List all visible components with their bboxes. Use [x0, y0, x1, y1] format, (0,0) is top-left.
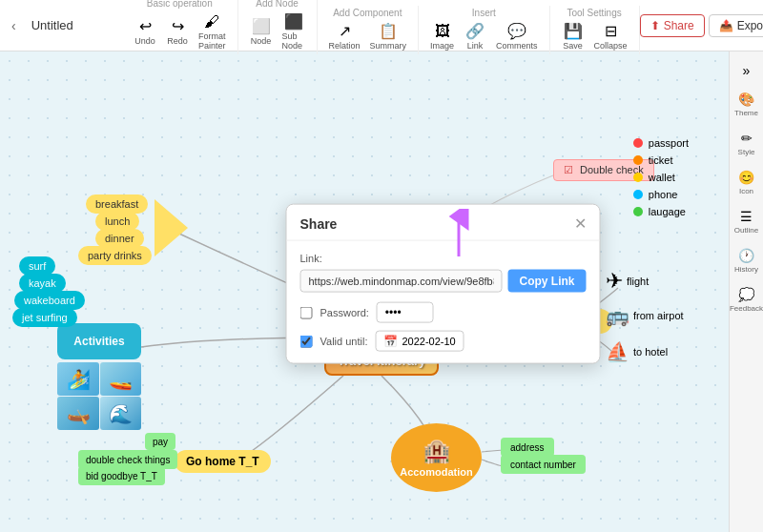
group-label-addcomp: Add Component	[333, 8, 402, 18]
from-airport-area: 🚌 from airpot	[606, 304, 684, 327]
go-home-node[interactable]: Go home T_T	[175, 450, 271, 473]
sidebar-theme-button[interactable]: 🎨 Theme	[731, 86, 763, 123]
group-items-basic: ↩Undo ↪Redo 🖌Format Painter	[130, 10, 230, 52]
toolbar-right: ⬆ Share 📤 Export	[640, 14, 763, 37]
flight-area: ✈ flight	[606, 269, 649, 294]
format-painter-button[interactable]: 🖌Format Painter	[195, 10, 230, 52]
comments-button[interactable]: 💬Comments	[492, 20, 542, 52]
group-items-toolsettings: 💾Save ⊟Collapse	[558, 20, 631, 52]
toolbar-left: ‹ Untitled	[8, 16, 122, 35]
sidebar-style-button[interactable]: ✏ Style	[731, 125, 763, 162]
save-button[interactable]: 💾Save	[558, 20, 588, 52]
style-label: Style	[738, 148, 755, 156]
feedback-icon: 💭	[738, 287, 754, 302]
link-input[interactable]	[300, 270, 503, 293]
redo-button[interactable]: ↪Redo	[162, 15, 193, 48]
share-icon: ⬆	[650, 19, 660, 32]
node-icon: ⬜	[252, 17, 271, 35]
ticket-dot	[633, 155, 643, 165]
export-icon: 📤	[719, 19, 733, 32]
laugage-label: laugage	[649, 206, 686, 217]
node-button[interactable]: ⬜Node	[246, 15, 277, 48]
outline-icon: ☰	[740, 209, 753, 224]
sidebar-outline-button[interactable]: ☰ Outline	[731, 203, 763, 240]
back-arrow[interactable]: ‹	[8, 16, 20, 35]
main-area: 🏝 Travel Itinerary Activities 🏄 🚤 🛶 🌊 su…	[0, 51, 763, 532]
flight-label[interactable]: flight	[627, 276, 649, 287]
app-title: Untitled	[24, 18, 81, 32]
group-add-node: Add Node ⬜Node ⬛Sub Node	[238, 0, 318, 54]
sidebar-collapse-button[interactable]: »	[731, 57, 763, 84]
sidebar-icon-button[interactable]: 😊 Icon	[731, 164, 763, 201]
to-hotel-label[interactable]: to hotel	[633, 346, 668, 358]
export-button[interactable]: 📤 Export	[709, 14, 763, 37]
group-items-insert: 🖼Image 🔗Link 💬Comments	[426, 20, 542, 52]
wallet-dot	[633, 173, 643, 182]
undo-icon: ↩	[139, 17, 152, 35]
collapse-right-icon: »	[743, 63, 751, 78]
valid-date-value: 2022-02-10	[402, 336, 455, 347]
valid-date[interactable]: 📅 2022-02-10	[375, 331, 464, 352]
kayak-node[interactable]: kayak	[19, 274, 66, 293]
from-airport-label[interactable]: from airpot	[633, 310, 684, 321]
group-insert: Insert 🖼Image 🔗Link 💬Comments	[419, 6, 550, 54]
modal-arrow	[444, 209, 473, 259]
valid-until-label: Valid until:	[320, 336, 368, 347]
double-check-icon: ☑	[564, 164, 573, 175]
pay-node[interactable]: pay	[145, 433, 175, 450]
sidebar-history-button[interactable]: 🕐 History	[731, 242, 763, 279]
copy-link-button[interactable]: Copy Link	[507, 270, 586, 293]
phone-dot	[633, 190, 643, 199]
modal-header: Share ✕	[287, 205, 600, 241]
group-label-addnode: Add Node	[256, 0, 298, 9]
contact-number-node[interactable]: contact number	[501, 455, 586, 474]
link-button[interactable]: 🔗Link	[460, 20, 490, 52]
icon-label: Icon	[739, 187, 753, 195]
passport-dot	[633, 138, 643, 148]
wallet-label: wallet	[649, 172, 675, 183]
modal-close-button[interactable]: ✕	[574, 215, 587, 233]
checklist-wallet: wallet	[633, 172, 689, 183]
share-button[interactable]: ⬆ Share	[640, 14, 705, 37]
history-icon: 🕐	[738, 248, 754, 263]
undo-button[interactable]: ↩Undo	[130, 15, 160, 48]
accommodation-node[interactable]: 🏨 Accomodation	[391, 423, 482, 492]
group-label-basic: Basic operation	[147, 0, 213, 9]
address-node[interactable]: address	[501, 438, 554, 457]
laugage-dot	[633, 207, 643, 216]
boat-icon: ⛵	[606, 340, 629, 363]
summary-button[interactable]: 📋Summary	[366, 20, 411, 52]
partydrinks-node[interactable]: party drinks	[78, 246, 152, 265]
link-label: Link:	[300, 253, 587, 264]
style-icon: ✏	[741, 131, 753, 146]
canvas[interactable]: 🏝 Travel Itinerary Activities 🏄 🚤 🛶 🌊 su…	[0, 51, 729, 532]
bid-goodbye-node[interactable]: bid goodbye T_T	[78, 466, 165, 485]
lunch-node[interactable]: lunch	[95, 212, 139, 231]
activities-node[interactable]: Activities 🏄 🚤 🛶 🌊	[57, 323, 141, 430]
link-icon: 🔗	[465, 22, 485, 40]
password-input[interactable]	[377, 302, 434, 323]
surf-node[interactable]: surf	[19, 256, 55, 276]
relation-button[interactable]: ↗Relation	[325, 20, 364, 52]
format-painter-icon: 🖌	[204, 12, 219, 31]
collapse-button[interactable]: ⊟Collapse	[590, 20, 631, 52]
outline-label: Outline	[734, 226, 758, 235]
group-basic-operation: Basic operation ↩Undo ↪Redo 🖌Format Pain…	[122, 0, 238, 54]
checklist-ticket: ticket	[633, 154, 689, 166]
jetsurfing-node[interactable]: jet surfing	[12, 308, 77, 327]
group-label-insert: Insert	[472, 8, 496, 18]
sub-node-button[interactable]: ⬛Sub Node	[278, 10, 309, 52]
password-checkbox[interactable]	[300, 306, 313, 318]
group-tool-settings: Tool Settings 💾Save ⊟Collapse	[550, 6, 640, 54]
theme-icon: 🎨	[738, 92, 754, 107]
sidebar-feedback-button[interactable]: 💭 Feedback	[731, 281, 763, 318]
breakfast-node[interactable]: breakfast	[86, 194, 148, 214]
dinner-node[interactable]: dinner	[95, 229, 144, 248]
history-label: History	[734, 265, 758, 274]
feedback-label: Feedback	[730, 304, 763, 313]
valid-until-checkbox[interactable]	[300, 335, 313, 347]
image-button[interactable]: 🖼Image	[426, 20, 458, 52]
checklist-laugage: laugage	[633, 206, 689, 217]
wakeboard-node[interactable]: wakeboard	[14, 291, 85, 310]
collapse-icon: ⊟	[605, 22, 617, 40]
